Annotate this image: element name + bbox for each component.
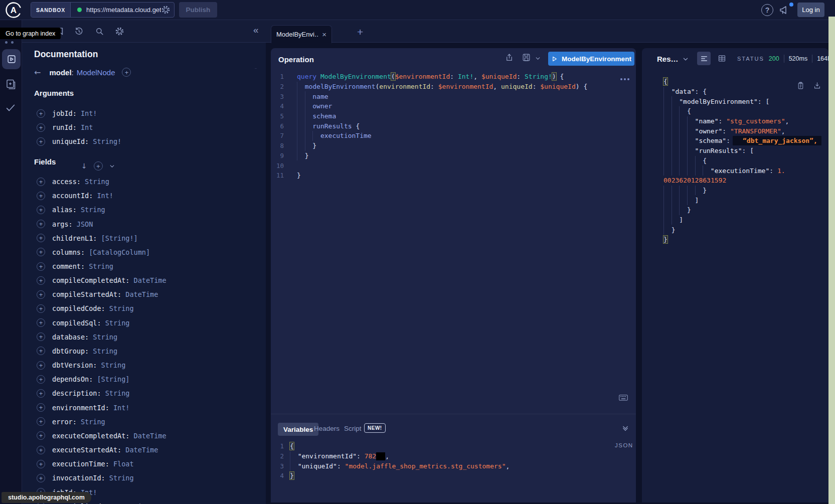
argument-row[interactable]: +runId: Int	[34, 120, 255, 134]
field-type[interactable]: String	[105, 389, 130, 397]
field-row[interactable]: +childrenL1: [String!]	[34, 231, 255, 245]
field-row[interactable]: +dependsOn: [String]	[34, 372, 255, 386]
apollo-logo-icon[interactable]: A	[5, 2, 22, 19]
field-row[interactable]: +alias: String	[34, 203, 255, 217]
add-field-icon[interactable]: +	[37, 109, 45, 118]
field-row[interactable]: +accountId: Int!	[34, 189, 255, 203]
argument-row[interactable]: +uniqueId: String!	[34, 134, 255, 148]
add-field-icon[interactable]: +	[37, 389, 45, 398]
field-row[interactable]: +compileStartedAt: DateTime	[34, 287, 255, 301]
field-type[interactable]: Int!	[97, 192, 113, 200]
add-field-icon[interactable]: +	[37, 137, 45, 146]
field-type[interactable]: String	[93, 347, 117, 355]
run-operation-button[interactable]: ModelByEnvironment	[548, 52, 634, 66]
field-type[interactable]: String	[85, 178, 109, 186]
field-row[interactable]: +executeStartedAt: DateTime	[34, 443, 255, 457]
endpoint-settings-gear-icon[interactable]	[161, 5, 171, 15]
field-row[interactable]: +description: String	[34, 386, 255, 400]
add-field-icon[interactable]: +	[37, 474, 45, 482]
argument-type[interactable]: Int!	[81, 109, 97, 117]
settings-gear-icon[interactable]	[115, 27, 124, 36]
field-type[interactable]: String	[109, 304, 134, 312]
field-row[interactable]: +compileCompletedAt: DateTime	[34, 273, 255, 287]
field-row[interactable]: +dbtGroup: String	[34, 344, 255, 358]
add-field-icon[interactable]: +	[37, 446, 45, 454]
argument-type[interactable]: String!	[93, 137, 121, 145]
add-field-icon[interactable]: +	[37, 123, 45, 132]
field-type[interactable]: [CatalogColumn]	[89, 248, 150, 256]
share-icon[interactable]	[505, 53, 514, 62]
field-row[interactable]: +comment: String	[34, 259, 255, 273]
add-field-icon[interactable]: +	[37, 332, 45, 341]
field-type[interactable]: String	[93, 333, 117, 341]
tab-variables[interactable]: Variables	[278, 423, 318, 436]
add-field-icon[interactable]: +	[37, 417, 45, 426]
field-type[interactable]: Int!	[113, 404, 130, 412]
announcements-megaphone-icon[interactable]	[778, 4, 790, 16]
field-type[interactable]: DateTime	[125, 446, 158, 454]
sort-fields-icon[interactable]: ↓	[81, 162, 87, 170]
response-view-table-icon[interactable]	[715, 52, 729, 65]
keyboard-shortcuts-icon[interactable]	[619, 394, 628, 401]
tab-script[interactable]: Script	[344, 425, 362, 432]
collapse-variables-icon[interactable]	[622, 425, 629, 432]
field-row[interactable]: +columns: [CatalogColumn]	[34, 245, 255, 259]
add-field-icon[interactable]: +	[37, 206, 45, 214]
field-type[interactable]: DateTime	[134, 276, 166, 284]
field-type[interactable]: String	[109, 474, 134, 482]
field-type[interactable]: String	[81, 206, 105, 214]
field-type[interactable]: String	[101, 361, 126, 369]
field-type[interactable]: Float	[113, 460, 134, 468]
add-all-fields-icon[interactable]: +	[94, 161, 103, 171]
field-row[interactable]: +error: String	[34, 415, 255, 429]
add-field-icon[interactable]: +	[37, 192, 45, 200]
doc-type-link[interactable]: ModelNode	[77, 68, 115, 77]
add-type-icon[interactable]: +	[122, 68, 131, 77]
response-view-lines-icon[interactable]	[697, 52, 711, 65]
field-type[interactable]: DateTime	[134, 432, 166, 440]
field-type[interactable]: String	[105, 319, 130, 327]
add-field-icon[interactable]: +	[37, 276, 45, 285]
chevron-down-icon[interactable]	[109, 163, 115, 169]
argument-type[interactable]: Int	[81, 123, 93, 131]
publish-button[interactable]: Publish	[179, 2, 217, 18]
field-row[interactable]: +executionTime: Float	[34, 457, 255, 471]
tab-headers[interactable]: Headers	[314, 425, 340, 432]
field-type[interactable]: String	[89, 262, 113, 270]
operation-editor[interactable]: 1query ModelByEnvironment($environmentId…	[271, 72, 636, 181]
schema-pages-icon[interactable]	[5, 78, 17, 90]
field-row[interactable]: +environmentId: Int!	[34, 401, 255, 415]
add-field-icon[interactable]: +	[37, 304, 45, 313]
add-field-icon[interactable]: +	[37, 220, 45, 228]
field-type[interactable]: [String]	[97, 375, 129, 383]
new-tab-icon[interactable]: +	[357, 26, 363, 38]
field-row[interactable]: +compiledCode: String	[34, 301, 255, 315]
explorer-nav-button[interactable]	[2, 49, 21, 69]
collapse-panel-icon[interactable]: «	[253, 25, 258, 36]
field-row[interactable]: +dbtVersion: String	[34, 358, 255, 372]
tab-close-icon[interactable]: ×	[322, 31, 326, 38]
endpoint-url[interactable]: https://metadata.cloud.get	[86, 6, 161, 14]
field-row[interactable]: +database: String	[34, 330, 255, 344]
save-icon[interactable]	[522, 53, 531, 62]
add-field-icon[interactable]: +	[37, 262, 45, 271]
field-type[interactable]: String	[81, 418, 105, 426]
save-options-chevron-icon[interactable]	[535, 56, 541, 61]
argument-row[interactable]: +jobId: Int!	[34, 106, 255, 120]
add-field-icon[interactable]: +	[37, 290, 45, 299]
help-icon[interactable]: ?	[761, 4, 773, 16]
field-row[interactable]: +invocationId: String	[34, 471, 255, 485]
field-type[interactable]: DateTime	[125, 290, 158, 298]
add-field-icon[interactable]: +	[37, 431, 45, 440]
add-field-icon[interactable]: +	[37, 248, 45, 256]
operation-menu-dots-icon[interactable]	[620, 78, 629, 80]
add-field-icon[interactable]: +	[37, 403, 45, 412]
operation-tab[interactable]: ModelByEnvi… ×	[271, 25, 332, 43]
add-field-icon[interactable]: +	[37, 234, 45, 242]
add-field-icon[interactable]: +	[37, 347, 45, 355]
add-field-icon[interactable]: +	[37, 178, 45, 186]
field-row[interactable]: +args: JSON	[34, 217, 255, 231]
back-arrow-icon[interactable]: ←	[34, 68, 41, 77]
field-type[interactable]: [String!]	[101, 234, 138, 242]
endpoint-bar[interactable]: SANDBOX https://metadata.cloud.get	[31, 2, 175, 18]
